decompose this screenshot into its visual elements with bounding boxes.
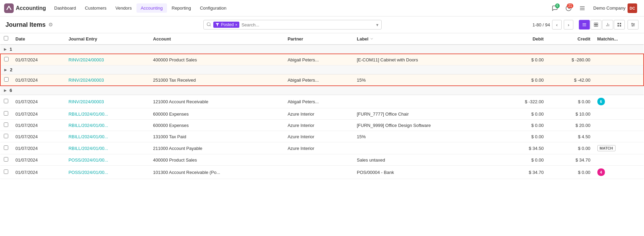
row-checkbox-cell[interactable] (0, 142, 12, 154)
row-checkbox[interactable] (4, 99, 8, 103)
svg-line-6 (210, 25, 211, 26)
settings-icon[interactable]: ⚙ (48, 22, 53, 28)
row-checkbox[interactable] (4, 111, 8, 116)
pagination-next[interactable]: › (564, 20, 573, 30)
row-journal-entry[interactable]: RBILL/2024/01/00... (65, 142, 150, 154)
row-date: 01/07/2024 (12, 142, 65, 154)
table-row: 01/07/2024 RBILL/2024/01/00... 600000 Ex… (0, 108, 644, 120)
nav-reporting[interactable]: Reporting (168, 3, 195, 13)
row-checkbox-cell[interactable] (0, 108, 12, 120)
row-journal-entry[interactable]: RBILL/2024/01/00... (65, 108, 150, 120)
group-header-row[interactable]: ►2 (0, 66, 644, 74)
messages-button[interactable]: 6 (549, 3, 560, 14)
matching-badge[interactable]: MATCH (597, 145, 616, 151)
nav-configuration[interactable]: Configuration (196, 3, 230, 13)
posted-filter[interactable]: Posted × (213, 22, 239, 28)
row-checkbox-cell[interactable] (0, 54, 12, 66)
activities-button[interactable]: 21 (563, 3, 574, 14)
nav-accounting[interactable]: Accounting (136, 3, 167, 13)
row-journal-entry[interactable]: RBILL/2024/01/00... (65, 131, 150, 142)
row-credit: $ 0.00 (547, 142, 594, 154)
svg-rect-9 (583, 24, 586, 25)
row-debit: $ 34.50 (500, 142, 547, 154)
row-checkbox[interactable] (4, 57, 9, 61)
row-matching[interactable]: MATCH (594, 142, 644, 154)
journal-entry-header[interactable]: Journal Entry (65, 33, 150, 45)
matching-badge[interactable]: 6 (597, 98, 605, 105)
nav-dashboard[interactable]: Dashboard (50, 3, 80, 13)
row-checkbox-cell[interactable] (0, 166, 12, 179)
row-journal-entry[interactable]: RINV/2024/00003 (65, 95, 150, 108)
company-avatar: DC (628, 3, 637, 13)
nav-customers[interactable]: Customers (81, 3, 111, 13)
column-settings-button[interactable] (628, 20, 639, 30)
row-journal-entry[interactable]: POSS/2024/01/00... (65, 154, 150, 166)
row-partner: Abigail Peters... (284, 95, 354, 108)
row-date: 01/07/2024 (12, 54, 65, 66)
group-header-row[interactable]: ►6 (0, 86, 644, 95)
row-checkbox[interactable] (4, 145, 8, 150)
pagination-prev[interactable]: ‹ (552, 20, 562, 30)
row-journal-entry[interactable]: RBILL/2024/01/00... (65, 120, 150, 131)
matching-header[interactable]: Matchin... (594, 33, 644, 45)
app-logo[interactable]: Accounting (4, 3, 46, 13)
row-checkbox-cell[interactable] (0, 120, 12, 131)
row-partner: Azure Interior (284, 120, 354, 131)
row-debit: $ -322.00 (500, 95, 547, 108)
pivot-view-button[interactable] (591, 20, 601, 30)
more-view-button[interactable] (614, 20, 625, 30)
row-checkbox[interactable] (4, 122, 8, 127)
row-checkbox[interactable] (4, 134, 8, 138)
row-account: 251000 Tax Received (150, 74, 284, 86)
activity-badge: 21 (567, 3, 573, 8)
row-partner: Abigail Peters... (284, 74, 354, 86)
account-header[interactable]: Account (150, 33, 284, 45)
search-input[interactable] (241, 22, 374, 27)
date-header[interactable]: Date (12, 33, 65, 45)
row-account: 211000 Account Payable (150, 142, 284, 154)
matching-badge[interactable]: 4 (597, 168, 605, 176)
column-settings-icon (631, 22, 635, 27)
row-journal-entry[interactable]: RINV/2024/00003 (65, 74, 150, 86)
pagination: 1-80 / 94 ‹ › (533, 20, 573, 30)
select-all-header[interactable] (0, 33, 12, 45)
filter-remove[interactable]: × (235, 23, 237, 27)
list-view-button[interactable] (579, 20, 590, 30)
row-journal-entry[interactable]: POSS/2024/01/00... (65, 166, 150, 179)
svg-point-5 (207, 22, 210, 25)
row-checkbox-cell[interactable] (0, 95, 12, 108)
apps-button[interactable] (577, 3, 588, 14)
date-sort[interactable]: Date (15, 36, 25, 42)
pagination-info: 1-80 / 94 (533, 22, 550, 27)
label-header[interactable]: Label (354, 33, 501, 45)
svg-rect-11 (594, 23, 596, 25)
row-matching[interactable]: 4 (594, 166, 644, 179)
message-badge: 6 (555, 3, 560, 8)
select-all-checkbox[interactable] (4, 36, 8, 40)
table-row: 01/07/2024 RBILL/2024/01/00... 600000 Ex… (0, 120, 644, 131)
partner-header[interactable]: Partner (284, 33, 354, 45)
row-journal-entry[interactable]: RINV/2024/00003 (65, 54, 150, 66)
debit-header[interactable]: Debit (500, 33, 547, 45)
row-date: 01/07/2024 (12, 108, 65, 120)
table-row: 01/07/2024 RINV/2024/00003 251000 Tax Re… (0, 74, 644, 86)
svg-rect-20 (618, 25, 619, 26)
row-debit: $ 0.00 (500, 120, 547, 131)
chart-view-button[interactable] (602, 20, 613, 30)
row-checkbox-cell[interactable] (0, 154, 12, 166)
row-checkbox-cell[interactable] (0, 131, 12, 142)
nav-vendors[interactable]: Vendors (111, 3, 136, 13)
row-checkbox[interactable] (4, 77, 9, 82)
row-checkbox-cell[interactable] (0, 74, 12, 86)
row-checkbox[interactable] (4, 169, 8, 174)
row-label: [E-COM11] Cabinet with Doors (354, 54, 501, 66)
table-header-row: Date Journal Entry Account Partner Label… (0, 33, 644, 45)
group-header-row[interactable]: ►1 (0, 45, 644, 54)
credit-header[interactable]: Credit (547, 33, 594, 45)
row-checkbox[interactable] (4, 157, 8, 162)
row-label: Sales untaxed (354, 154, 501, 166)
row-date: 01/07/2024 (12, 95, 65, 108)
row-matching[interactable]: 6 (594, 95, 644, 108)
search-dropdown-arrow[interactable]: ▾ (376, 22, 379, 27)
company-selector[interactable]: Demo Company DC (591, 2, 640, 14)
